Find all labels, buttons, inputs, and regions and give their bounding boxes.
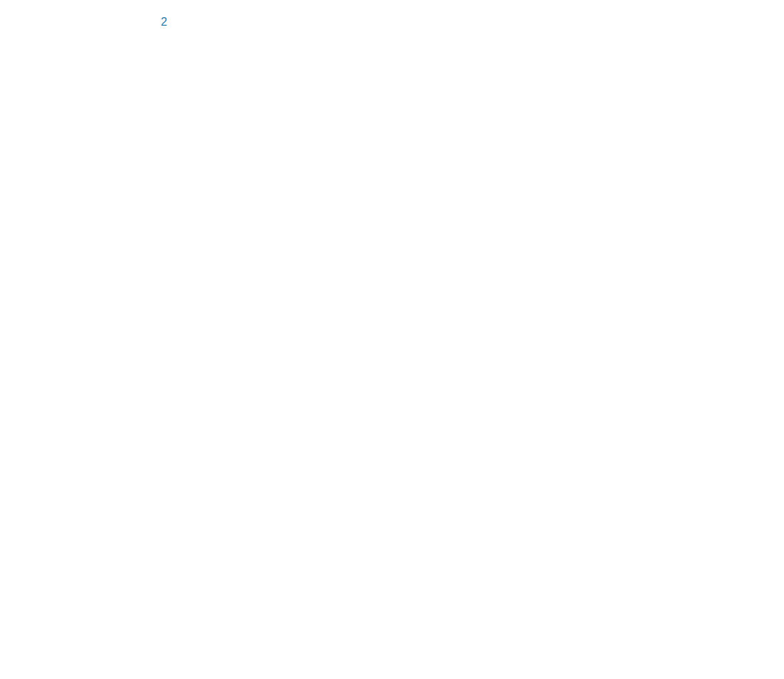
page-2[interactable]: 2 [0, 9, 533, 36]
pagination: 1 2 3 4 … 162 [0, 9, 784, 36]
page-3[interactable]: 3 [537, 9, 784, 36]
page-list: 1 2 3 4 … 162 [0, 9, 784, 36]
catalog-admin-page: Listings Enrollments Orders Users Filter… [2, 0, 740, 27]
page-label: 2 [161, 16, 167, 29]
